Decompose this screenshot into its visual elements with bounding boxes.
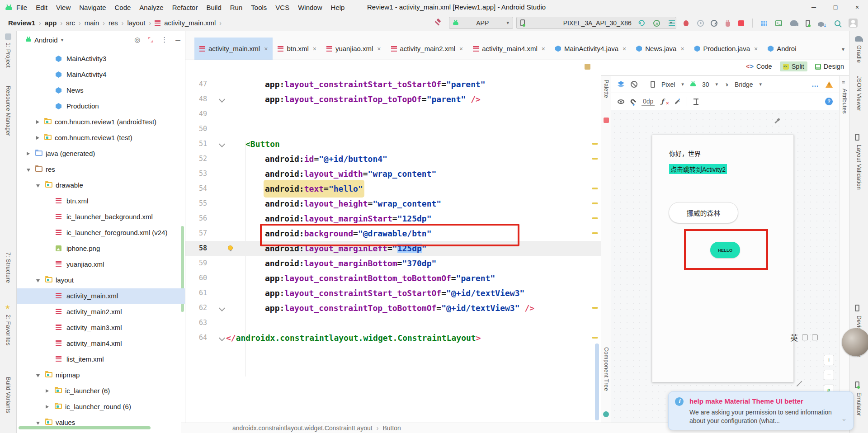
breadcrumb-component[interactable]: androidx.constraintlayout.widget.Constra… xyxy=(232,424,373,432)
more-actions-icon[interactable]: … xyxy=(811,80,819,89)
orientation-icon[interactable] xyxy=(631,81,637,88)
preview-textview-greeting[interactable]: 你好，世界 xyxy=(669,149,701,158)
warnings-icon[interactable] xyxy=(826,81,833,88)
tree-item-ic-launcher-background-xml[interactable]: ic_launcher_background.xml xyxy=(17,209,185,225)
debug-icon[interactable] xyxy=(684,20,689,26)
tab-activity-main-xml[interactable]: activity_main.xml× xyxy=(194,38,273,60)
fold-marker-icon[interactable] xyxy=(219,96,225,103)
tab-mainactivity4-java[interactable]: MainActivity4.java× xyxy=(550,38,631,60)
run-configuration-select[interactable]: APP ▾ xyxy=(449,17,513,29)
tree-item-activity-main4-xml[interactable]: activity_main4.xml xyxy=(17,336,185,352)
tree-item-mainactivity4[interactable]: MainActivity4 xyxy=(17,67,185,83)
tab-yuanjiao-xml[interactable]: yuanjiao.xml× xyxy=(321,38,386,60)
design-surface-icon[interactable] xyxy=(618,81,624,88)
zoom-in-button[interactable]: + xyxy=(824,355,834,365)
tree-item-activity-main3-xml[interactable]: activity_main3.xml xyxy=(17,320,185,336)
profile-icon[interactable] xyxy=(697,20,704,27)
tool-window-button-2-favorites[interactable]: 2: Favorites xyxy=(0,315,16,356)
tree-item-list-item-xml[interactable]: list_item.xml xyxy=(17,352,185,367)
code-editor[interactable]: 47app:layout_constraintStart_toStartOf="… xyxy=(185,60,601,423)
chevron-right-icon[interactable] xyxy=(36,136,39,140)
search-everywhere-icon[interactable] xyxy=(835,20,840,26)
design-canvas[interactable]: 你好，世界 点击跳转到Activity2 挪威的森林 HELLO + − ⌕ xyxy=(611,110,839,423)
editor-scrollbar[interactable] xyxy=(595,344,599,420)
tool-window-button-7-structure[interactable]: 7: Structure xyxy=(0,252,16,297)
expand-chevron-icon[interactable]: › xyxy=(841,419,849,421)
code-line-47[interactable]: 47app:layout_constraintStart_toStartOf="… xyxy=(185,77,601,92)
close-tab-icon[interactable]: × xyxy=(623,45,626,52)
breadcrumb-file[interactable]: activity_main.xml xyxy=(164,19,216,27)
chevron-down-icon[interactable] xyxy=(36,374,40,377)
tree-item-iphone-png[interactable]: iphone.png xyxy=(17,241,185,257)
code-line-49[interactable]: 49 xyxy=(185,107,601,122)
notification-title[interactable]: help make Material Theme UI better xyxy=(689,397,803,405)
build-hammer-icon[interactable] xyxy=(434,19,441,26)
tab-production-java[interactable]: Production.java× xyxy=(689,38,763,60)
device-explorer-icon[interactable] xyxy=(855,305,859,311)
close-tab-icon[interactable]: × xyxy=(680,45,684,52)
code-line-62[interactable]: 62app:layout_constraintTop_toBottomOf="@… xyxy=(185,301,601,315)
preview-button-rounded[interactable]: 挪威的森林 xyxy=(669,202,738,223)
tree-item-ic-launcher-round-6[interactable]: ic_launcher_round (6) xyxy=(17,399,185,415)
tool-window-button-layout-validation[interactable]: Layout Validation xyxy=(849,145,868,206)
chevron-down-icon[interactable] xyxy=(36,422,40,425)
code-line-48[interactable]: 48app:layout_constraintTop_toTopOf="pare… xyxy=(185,92,601,107)
preview-textview-link[interactable]: 点击跳转到Activity2 xyxy=(669,164,727,174)
user-avatar-icon[interactable] xyxy=(849,19,858,28)
fold-marker-icon[interactable] xyxy=(219,141,225,147)
tree-item-ic-launcher-6[interactable]: ic_launcher (6) xyxy=(17,383,185,399)
apply-code-changes-icon[interactable] xyxy=(669,20,675,26)
tab-activity-main4-xml[interactable]: activity_main4.xml× xyxy=(468,38,550,60)
close-tab-icon[interactable]: × xyxy=(754,45,758,52)
gradle-icon[interactable] xyxy=(855,36,862,42)
breadcrumb-app[interactable]: app xyxy=(45,19,57,27)
hide-panel-icon[interactable]: ─ xyxy=(175,36,180,44)
code-line-50[interactable]: 50 xyxy=(185,122,601,136)
notification-balloon[interactable]: i help make Material Theme UI better We … xyxy=(668,391,854,430)
chevron-right-icon[interactable] xyxy=(46,405,49,409)
apply-changes-and-restart-icon[interactable] xyxy=(653,20,660,27)
chevron-right-icon[interactable] xyxy=(27,152,30,155)
code-line-63[interactable]: 63 xyxy=(185,315,601,330)
inspections-indicator[interactable] xyxy=(585,64,590,70)
close-button[interactable]: × xyxy=(846,0,868,15)
device-manager-icon[interactable] xyxy=(806,20,810,27)
fold-marker-icon[interactable] xyxy=(219,305,225,311)
breadcrumb-review1[interactable]: Review1 xyxy=(8,19,35,27)
sync-project-icon[interactable] xyxy=(637,19,646,27)
tree-item-mipmap[interactable]: mipmap xyxy=(17,367,185,383)
close-tab-icon[interactable]: × xyxy=(313,45,316,52)
menu-vcs[interactable]: VCS xyxy=(275,4,289,11)
split-view-button[interactable]: Split xyxy=(780,61,807,71)
issues-icon[interactable] xyxy=(604,118,609,123)
tree-item-layout[interactable]: layout xyxy=(17,273,185,288)
menu-refactor[interactable]: Refactor xyxy=(172,4,198,11)
sdk-manager-icon[interactable] xyxy=(818,20,826,26)
palette-tab[interactable]: Palette xyxy=(603,80,609,98)
default-margin-select[interactable]: 0dp xyxy=(642,98,655,106)
menu-navigate[interactable]: Navigate xyxy=(79,4,106,11)
chevron-down-icon[interactable] xyxy=(27,169,30,172)
attach-debugger-icon[interactable] xyxy=(726,22,730,27)
fold-marker-icon[interactable] xyxy=(219,335,225,341)
terminal-icon[interactable] xyxy=(775,20,782,26)
menu-edit[interactable]: Edit xyxy=(36,4,47,11)
gradle-sync-icon[interactable] xyxy=(790,20,797,26)
chevron-right-icon[interactable] xyxy=(36,120,39,124)
close-tab-icon[interactable]: × xyxy=(264,45,268,52)
menu-build[interactable]: Build xyxy=(206,4,221,11)
menu-help[interactable]: Help xyxy=(331,4,345,11)
breadcrumb-child[interactable]: Button xyxy=(382,424,401,432)
code-line-59[interactable]: 59android:layout_marginBottom="370dp" xyxy=(185,256,601,271)
tab-activity-main2-xml[interactable]: activity_main2.xml× xyxy=(386,38,468,60)
code-line-57[interactable]: 57android:background="@drawable/btn" xyxy=(185,226,601,241)
tree-item-com-hnucm-review1-androidtest[interactable]: com.hnucm.review1 (androidTest) xyxy=(17,114,185,130)
menu-run[interactable]: Run xyxy=(230,4,243,11)
chevron-down-icon[interactable] xyxy=(36,279,40,282)
visibility-toggle-icon[interactable] xyxy=(603,411,609,417)
layout-inspector-icon[interactable] xyxy=(761,21,767,26)
tab-androi[interactable]: Androi xyxy=(763,38,801,60)
code-line-64[interactable]: 64</androidx.constraintlayout.widget.Con… xyxy=(185,330,601,345)
ime-keyboard-icon[interactable] xyxy=(812,334,818,340)
stop-icon[interactable] xyxy=(738,20,744,26)
